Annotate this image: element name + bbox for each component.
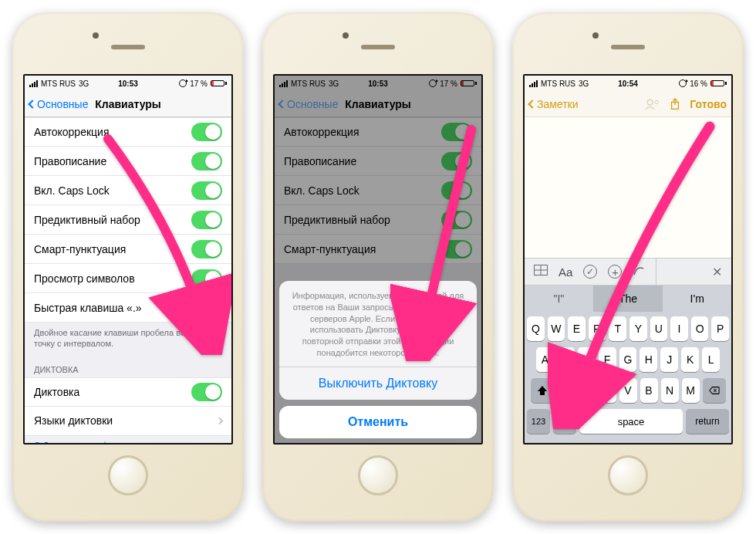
row-capslock[interactable]: Вкл. Caps Lock	[25, 176, 231, 205]
key-t[interactable]: T	[609, 316, 626, 341]
key-o[interactable]: O	[691, 316, 709, 341]
key-q[interactable]: Q	[527, 316, 545, 341]
toggle-switch[interactable]	[191, 383, 222, 401]
key-y[interactable]: Y	[629, 316, 647, 341]
key-l[interactable]: L	[702, 347, 720, 372]
front-camera	[592, 32, 599, 39]
toggle-switch[interactable]	[191, 240, 222, 259]
key-g[interactable]: G	[619, 347, 637, 372]
key-a[interactable]: A	[536, 347, 554, 372]
home-button[interactable]	[358, 455, 398, 495]
cancel-button[interactable]: Отменить	[279, 406, 477, 438]
key-v[interactable]: V	[619, 378, 637, 403]
key-h[interactable]: H	[640, 347, 657, 372]
phone-top	[520, 20, 736, 74]
row-shortcut[interactable]: Быстрая клавиша «.»	[25, 293, 231, 323]
disable-dictation-button[interactable]: Выключить Диктовку	[279, 367, 477, 400]
key-b[interactable]: B	[640, 378, 658, 403]
key-z[interactable]: Z	[557, 378, 575, 403]
settings-list[interactable]: Автокоррекция Правописание Вкл. Caps Loc…	[25, 117, 231, 443]
row-label: Правописание	[34, 155, 106, 167]
key-row-1: Q W E R T Y U I O P	[527, 316, 729, 341]
key-r[interactable]: R	[589, 316, 606, 341]
key-x[interactable]: X	[578, 378, 596, 403]
toggle-switch[interactable]	[191, 299, 222, 317]
screen-2: MTS RUS 3G 10:53 17 % Основные Клавиатур…	[273, 74, 483, 444]
key-c[interactable]: C	[599, 378, 616, 403]
toggle-switch[interactable]	[191, 211, 222, 229]
toggle-switch[interactable]	[191, 123, 222, 141]
predict-3[interactable]: I'm	[662, 286, 731, 312]
key-n[interactable]: N	[661, 378, 679, 403]
signal-icon	[529, 80, 538, 87]
toggle-switch[interactable]	[191, 152, 222, 171]
toggle-switch[interactable]	[191, 181, 222, 200]
key-f[interactable]: F	[599, 347, 616, 372]
row-spelling[interactable]: Правописание	[25, 147, 231, 176]
row-dict-langs[interactable]: Языки диктовки	[25, 407, 231, 436]
row-label: Языки диктовки	[34, 414, 113, 427]
screen-3: MTS RUS 3G 10:54 16 % Заметки Готово	[523, 74, 733, 444]
row-dictation[interactable]: Диктовка	[25, 377, 231, 407]
row-label: Автокоррекция	[34, 126, 109, 138]
network-label: 3G	[79, 79, 89, 88]
status-bar: MTS RUS 3G 10:53 17 %	[25, 76, 231, 91]
key-j[interactable]: J	[660, 347, 678, 372]
row-label: Диктовка	[34, 386, 79, 398]
row-predictive[interactable]: Предиктивный набор	[25, 205, 231, 235]
key-d[interactable]: D	[578, 347, 596, 372]
phone-top	[20, 20, 236, 74]
battery-icon	[710, 80, 727, 86]
key-globe[interactable]	[553, 409, 576, 434]
predict-1[interactable]: "I"	[525, 286, 593, 312]
speaker	[611, 45, 645, 49]
screen-1: MTS RUS 3G 10:53 17 % Основные Клавиатур…	[23, 74, 233, 444]
add-icon[interactable]: +	[608, 265, 622, 279]
key-w[interactable]: W	[548, 316, 565, 341]
toggle-switch[interactable]	[191, 269, 222, 288]
home-button[interactable]	[108, 455, 148, 495]
predict-2[interactable]: The	[593, 286, 663, 312]
key-row-4: 123 space return	[527, 409, 729, 434]
clock: 10:54	[618, 79, 638, 88]
home-button[interactable]	[608, 455, 648, 495]
key-123[interactable]: 123	[527, 409, 550, 434]
done-button[interactable]: Готово	[690, 98, 727, 110]
key-k[interactable]: K	[681, 347, 699, 372]
key-backspace[interactable]	[703, 378, 726, 403]
draw-icon[interactable]	[633, 264, 645, 279]
text-format-icon[interactable]: Aa	[559, 265, 572, 279]
checklist-icon[interactable]: ✓	[583, 265, 597, 279]
key-u[interactable]: U	[650, 316, 668, 341]
key-i[interactable]: I	[670, 316, 688, 341]
note-body[interactable]: Aa ✓ + ✕ "I" The I'm Q W E	[525, 117, 731, 443]
back-button[interactable]: Основные	[29, 98, 88, 110]
phone-3: MTS RUS 3G 10:54 16 % Заметки Готово	[512, 12, 744, 522]
key-shift[interactable]	[531, 378, 554, 403]
key-space[interactable]: space	[579, 409, 683, 434]
network-label: 3G	[579, 79, 589, 88]
table-icon[interactable]	[534, 265, 548, 279]
key-s[interactable]: S	[557, 347, 575, 372]
close-format-icon[interactable]: ✕	[712, 265, 722, 279]
row-label: Вкл. Caps Lock	[34, 184, 110, 197]
row-autocorrect[interactable]: Автокоррекция	[25, 117, 231, 147]
back-button[interactable]: Заметки	[529, 98, 579, 110]
row-charpreview[interactable]: Просмотр символов	[25, 264, 231, 293]
svg-point-0	[648, 100, 653, 105]
phone-top	[270, 20, 486, 74]
privacy-link[interactable]: О Диктовке и конфиденциальности…	[25, 436, 231, 443]
back-label: Основные	[37, 98, 88, 110]
collaborate-icon[interactable]	[645, 98, 660, 110]
row-smartpunct[interactable]: Смарт-пунктуация	[25, 235, 231, 264]
chevron-left-icon	[28, 100, 36, 108]
status-bar: MTS RUS 3G 10:54 16 %	[525, 76, 731, 91]
front-camera	[343, 32, 349, 39]
row-label: Предиктивный набор	[34, 214, 140, 226]
action-sheet: Информация, используемая Диктовкой для о…	[279, 281, 477, 438]
share-icon[interactable]	[670, 98, 680, 110]
key-p[interactable]: P	[711, 316, 729, 341]
key-m[interactable]: M	[682, 378, 700, 403]
key-return[interactable]: return	[686, 409, 729, 434]
key-e[interactable]: E	[568, 316, 586, 341]
